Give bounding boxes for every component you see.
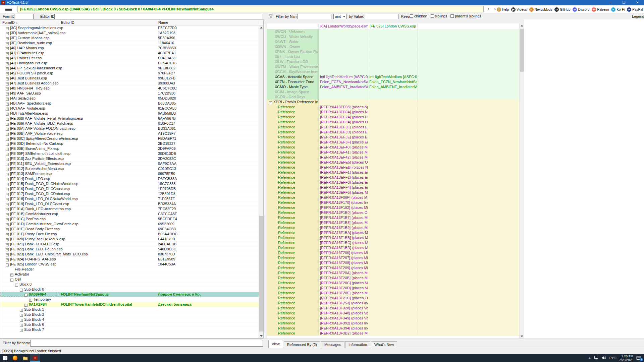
record-row[interactable]: Reference [REFR:0A13EFF2] (places Emerge… — [267, 175, 519, 180]
tree-row[interactable]: +[4B] AAF_Spectators.esp B63DA385 — [0, 101, 259, 106]
record-row[interactable]: Reference [REFR:0A13F208] (places MistLa… — [267, 260, 519, 265]
filter-value-input[interactable] — [365, 14, 398, 19]
nav-link-videos[interactable]: ▶ Videos — [511, 7, 527, 12]
nav-link-patreon[interactable]: P Patreon — [592, 7, 609, 12]
expander-icon[interactable]: + — [6, 258, 9, 261]
tree-row[interactable]: +[3D] Vadermania[AAF_anims].esp 1A82D193 — [0, 31, 259, 36]
nav-back-button[interactable]: ‹ — [486, 6, 491, 11]
table-header-plugin-london-cwss[interactable]: [FE 025] London CWSS.esp — [368, 23, 418, 29]
tree-row[interactable]: +[FE 008] AAF_Violate_Feral_Animations.e… — [0, 116, 259, 121]
expander-icon[interactable]: + — [6, 93, 9, 96]
keep-checkbox-children[interactable]: children — [410, 14, 427, 18]
record-row[interactable]: Reference [REFR:0A13EF2A] (places Prewar… — [267, 115, 519, 120]
tree-row[interactable]: +[FE 00E] BraveAnims_Fix.esp 2D9FAF09 — [0, 146, 259, 151]
record-row[interactable]: Reference [REFR:0A13EFEB] (places NpcBen… — [267, 165, 519, 170]
scrollbar-thumb[interactable] — [520, 29, 524, 72]
expander-icon[interactable]: + — [6, 37, 9, 40]
tree-row[interactable]: +[3E] Custom Moans.esp 5E39A396 — [0, 36, 259, 41]
tree-row[interactable]: +Sub-Block 6 — [0, 322, 259, 327]
tree-row[interactable]: +[43] Hooligans Pet.esp EC54CE16 — [0, 61, 259, 66]
tree-row[interactable]: +[FE 022] Dank_LEO_FoLon.esp 540D8D6C — [0, 247, 259, 252]
record-row[interactable]: Reference [REFR:0A13EFF5] (places MistLa… — [267, 190, 519, 195]
nav-link-nexusmods[interactable]: N NexusMods — [529, 7, 552, 12]
tree-row[interactable]: +[49] AAF_SEU.esp 17C2B930 — [0, 91, 259, 96]
record-row[interactable]: Reference [REFR:0A13F20A] (places MistLa… — [267, 270, 519, 276]
expander-icon[interactable]: + — [24, 304, 28, 307]
checkbox-icon[interactable] — [410, 14, 413, 18]
tree-row[interactable]: +[FE 013] SAMFormer.esp 06975EB0 — [0, 171, 259, 176]
record-row[interactable]: Reference [REFR:0A13F207] (places MistLa… — [267, 255, 519, 260]
record-row[interactable]: Reference [REFR:0A13EF40] (places MistLa… — [267, 145, 519, 150]
record-row[interactable]: XWEM - Water Environment … — [267, 64, 519, 69]
record-row[interactable]: Reference [REFR:0A13F392] (places Indust… — [267, 321, 519, 326]
expander-icon[interactable]: - — [24, 294, 28, 297]
record-row[interactable]: Reference [REFR:0A13EF08] (places NpcCha… — [267, 105, 519, 110]
record-row[interactable]: Reference [REFR:0A13EF0A] (places NpcCh… — [267, 110, 519, 115]
expander-icon[interactable]: + — [6, 72, 9, 75]
nav-link-github[interactable]: G GitHub — [554, 7, 570, 12]
tree-row[interactable]: +[FE 00A] AAF Violate FOLON patch.esp BD… — [0, 126, 259, 131]
expander-icon[interactable]: + — [6, 228, 9, 231]
expander-icon[interactable]: + — [6, 133, 9, 136]
record-row[interactable]: XILL - Lock List — [267, 54, 519, 59]
tree-row[interactable]: -0A06F0F4 FOLINTNewhamNotSaugus Лондон С… — [0, 292, 259, 297]
expander-icon[interactable]: + — [6, 57, 9, 60]
tree-row[interactable]: +[FE 009] AAF_Violate_DLC_Patch.esp 010F… — [0, 121, 259, 126]
nav-link-discord[interactable]: D Discord — [573, 7, 589, 12]
tree-row[interactable]: +[3F] Deathclaw_nude.esp 11846416 — [0, 41, 259, 46]
record-table-scrollbar[interactable] — [519, 23, 524, 339]
tree-row[interactable]: -Block 0 — [0, 282, 259, 287]
nav-link-help[interactable]: ? Help — [497, 7, 509, 12]
expander-icon[interactable]: + — [6, 188, 9, 191]
record-row[interactable]: Reference [REFR:0A13EFF4] (places Emerge… — [267, 185, 519, 190]
expander-icon[interactable]: + — [6, 103, 9, 106]
table-header-plugin-londonworldspace[interactable]: [0A] LondonWorldSpace.esm — [319, 23, 368, 29]
scrollbar-thumb[interactable] — [259, 216, 263, 331]
expander-icon[interactable]: + — [6, 233, 9, 236]
tray-expand-icon[interactable]: ∧ — [589, 356, 591, 360]
record-row[interactable]: Reference [REFR:0A13F394] (places Indust… — [267, 326, 519, 331]
column-header-editorid[interactable]: EditorID — [59, 20, 156, 25]
expander-icon[interactable]: + — [6, 158, 9, 161]
expander-icon[interactable]: + — [20, 319, 23, 322]
expander-icon[interactable]: + — [6, 128, 9, 131]
tree-row[interactable]: +[FE 015] Dank_ECO_DLCNukaWorld.esp 18C7… — [0, 181, 259, 186]
expander-icon[interactable]: + — [6, 148, 9, 151]
expander-icon[interactable]: + — [6, 47, 9, 50]
tree-row[interactable]: +[FE 019] Dank_LEO_DLCCoast.esp BD35334A — [0, 201, 259, 206]
expander-icon[interactable]: - — [20, 289, 23, 292]
tree-row[interactable]: +[FE 00D] Behemoth No Cart.esp 2BD19227 — [0, 141, 259, 146]
tree-row[interactable]: +[FE 012] ScreenArcherMenu.esp C010EC13 — [0, 166, 259, 171]
tree-row[interactable]: +[4D] TatsAfterRape.esp 9AB558D3 — [0, 111, 259, 116]
record-row[interactable]: Reference [REFR:0A13F20B] (places MistLa… — [267, 276, 519, 281]
record-row[interactable]: XWCN - Unknown — [267, 29, 519, 34]
record-row[interactable]: Reference [REFR:0A13EF3C] (places Emerge… — [267, 125, 519, 130]
expander-icon[interactable]: - — [15, 284, 18, 287]
record-row[interactable]: Reference [REFR:0A13F20E] (places MistLa… — [267, 291, 519, 296]
expander-icon[interactable]: + — [20, 329, 23, 332]
tree-row[interactable]: +[4A] SexEd.esp 05DDB020 — [0, 96, 259, 101]
expander-icon[interactable]: + — [6, 238, 9, 241]
start-button[interactable] — [0, 354, 10, 362]
tree-row[interactable]: +Sub-Block 3 — [0, 312, 259, 317]
record-row[interactable]: Reference [REFR:0A13EF42] (places MistLa… — [267, 155, 519, 160]
record-row[interactable]: Reference [REFR:0A13F253] (places Indust… — [267, 301, 519, 306]
expander-icon[interactable]: + — [6, 118, 9, 121]
tree-row[interactable]: +[41] FPAttributes.esp 4C0F7EA1 — [0, 51, 259, 56]
expander-icon[interactable]: - — [269, 101, 272, 104]
record-row[interactable]: XGDR - God Rays — [267, 95, 519, 100]
tree-row[interactable]: +[FE 01A] Dank_LEO-Automatron.esp 7EC82E… — [0, 206, 259, 212]
scroll-down-icon[interactable] — [521, 336, 523, 337]
expander-icon[interactable]: + — [6, 32, 9, 35]
tree-row[interactable]: +[FE 010] Zaz Particle Effects.esp 3DA20… — [0, 156, 259, 161]
expander-icon[interactable]: + — [6, 108, 9, 111]
record-row[interactable]: Reference [REFR:0A13F206] (places MistLa… — [267, 250, 519, 255]
record-row[interactable]: Reference [REFR:0A13F1B9] (places MistLa… — [267, 225, 519, 230]
tree-row[interactable]: +[FE 017] Dank_ECO_DLCRobot.esp 12B801D3 — [0, 191, 259, 196]
expander-icon[interactable]: + — [6, 52, 9, 55]
expander-icon[interactable]: + — [6, 198, 9, 201]
record-row[interactable]: Reference [REFR:0A13F1B8] (places MistLa… — [267, 220, 519, 225]
tree-row[interactable]: +[FE 011] SEU_Voiced_Extension.esp 0AF9C… — [0, 161, 259, 166]
tree-row[interactable]: +[40] UAP Moans.esp 7CBB8850 — [0, 46, 259, 51]
filter-operator-select[interactable]: and — [333, 14, 347, 19]
